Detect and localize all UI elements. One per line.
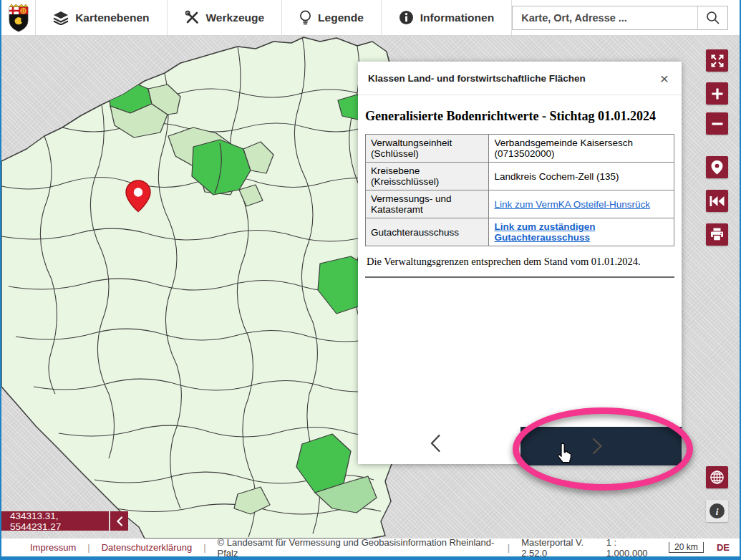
popup-heading: Generalisierte Bodenrichtwerte - Stichta… (365, 109, 674, 124)
menu-item-werkzeuge[interactable]: Werkzeuge (168, 0, 283, 35)
impressum-link[interactable]: Impressum (30, 542, 76, 553)
tools-icon (185, 10, 200, 25)
feature-info-popup: Klassen Land- und forstwirtschaftliche F… (358, 62, 682, 464)
back-to-start-button[interactable] (706, 190, 728, 212)
datenschutz-link[interactable]: Datenschutzerklärung (102, 542, 192, 553)
print-button[interactable] (706, 223, 728, 246)
footer-bar: Impressum | Datenschutzerklärung | © Lan… (1, 539, 740, 556)
attribute-value: Landkreis Cochem-Zell (135) (489, 163, 674, 190)
language-switch[interactable]: DE (717, 542, 730, 553)
chevron-right-icon (592, 438, 603, 455)
svg-text:i: i (716, 506, 719, 517)
menu-item-informationen[interactable]: Informationen (382, 0, 512, 35)
info-button[interactable]: i (706, 500, 728, 522)
gutachterausschuss-link[interactable]: Link zum zuständigen Gutachterausschuss (494, 221, 595, 243)
language-globe-button[interactable] (706, 466, 728, 488)
print-icon (710, 228, 724, 241)
popup-body: Generalisierte Bodenrichtwerte - Stichta… (358, 95, 682, 278)
zoom-out-button[interactable] (706, 112, 728, 135)
menu-item-kartenebenen[interactable]: Kartenebenen (36, 0, 167, 35)
menu-item-label: Legende (318, 11, 364, 24)
attribute-value: Verbandsgemeinde Kaisersesch (0713502000… (489, 135, 674, 163)
search-button[interactable] (697, 6, 727, 29)
pager-prev-button[interactable] (430, 434, 441, 455)
attribute-label: Kreisebene (Kreisschlüssel) (366, 163, 489, 190)
popup-title: Klassen Land- und forstwirtschaftliche F… (368, 73, 657, 84)
portal-logo[interactable] (1, 0, 36, 35)
footer-separator: | (508, 542, 510, 553)
coordinates-readout: 434313.31, 5544231.27 (1, 511, 109, 531)
search-icon (706, 11, 720, 24)
zoom-out-icon (710, 117, 725, 131)
fullscreen-icon (710, 54, 725, 68)
coordinates-collapse-button[interactable] (110, 511, 128, 531)
footer-separator: | (203, 542, 205, 553)
popup-divider (365, 276, 674, 278)
info-circle-icon (399, 10, 414, 25)
menu-item-label: Werkzeuge (206, 11, 265, 24)
table-row: Vermessungs- und Katasteramt Link zum Ve… (366, 190, 674, 218)
table-row: Kreisebene (Kreisschlüssel) Landkreis Co… (366, 163, 674, 190)
menu-item-label: Kartenebenen (75, 11, 149, 24)
layers-icon (53, 11, 69, 25)
lightbulb-icon (299, 10, 311, 26)
marker-icon (710, 160, 724, 175)
footer-separator: | (87, 542, 89, 553)
globe-icon (709, 470, 725, 485)
chevron-left-icon (116, 516, 123, 526)
attribute-label: Verwaltungseinheit (Schlüssel) (366, 135, 489, 163)
zoom-in-icon (710, 87, 725, 101)
version-text: Masterportal V. 2.52.0 (521, 537, 606, 559)
set-marker-button[interactable] (706, 156, 728, 178)
scale-text: 1 : 1.000.000 (606, 537, 656, 559)
zoom-in-button[interactable] (706, 82, 728, 105)
fullscreen-button[interactable] (706, 49, 728, 72)
table-row: Gutachterausschuss Link zum zuständigen … (366, 218, 674, 246)
back-icon (709, 195, 725, 207)
vermka-link[interactable]: Link zum VermKA Osteifel-Hunsrück (494, 199, 650, 210)
attribute-label: Vermessungs- und Katasteramt (366, 190, 489, 218)
menu-item-legende[interactable]: Legende (282, 0, 382, 35)
attribute-label: Gutachterausschuss (366, 218, 489, 246)
chevron-left-icon (430, 434, 441, 453)
popup-header: Klassen Land- und forstwirtschaftliche F… (358, 62, 682, 95)
copyright-text: © Landesamt für Vermessung und Geobasisi… (218, 537, 496, 559)
coat-of-arms-icon (7, 3, 30, 33)
search-box (512, 6, 728, 30)
table-row: Verwaltungseinheit (Schlüssel) Verbandsg… (366, 135, 674, 163)
menu-item-label: Informationen (420, 11, 494, 24)
top-menu-bar: Kartenebenen Werkzeuge Legende Informati… (1, 0, 740, 36)
popup-note: Die Verwaltungsgrenzen entsprechen dem S… (367, 256, 674, 268)
search-input[interactable] (513, 6, 697, 29)
pager-next-button[interactable] (520, 427, 682, 465)
attribute-table: Verwaltungseinheit (Schlüssel) Verbandsg… (365, 134, 674, 246)
coordinates-value: 434313.31, 5544231.27 (10, 511, 100, 532)
close-icon[interactable]: × (657, 69, 672, 87)
scale-bar: 20 km (669, 542, 704, 553)
info-icon: i (709, 503, 725, 519)
